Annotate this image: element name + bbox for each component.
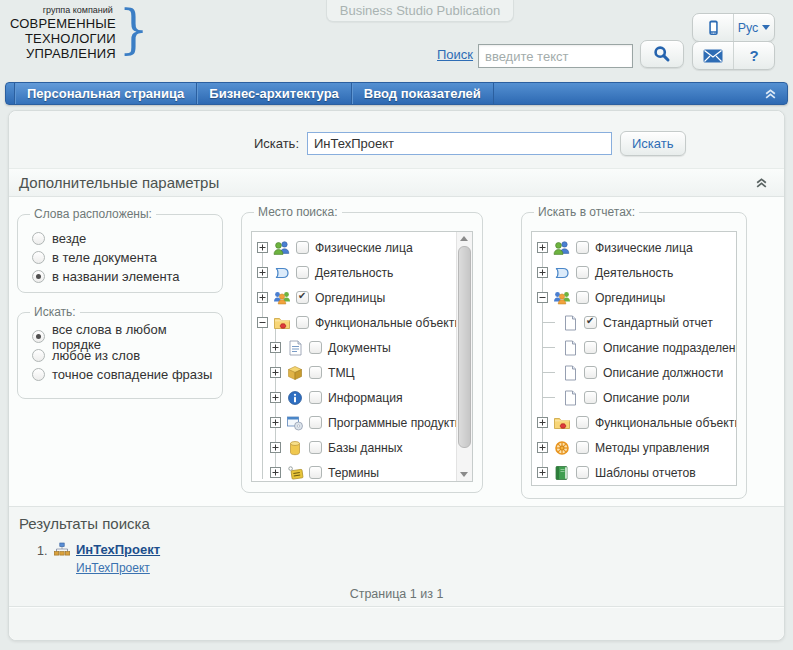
additional-params-header[interactable]: Дополнительные параметры <box>9 168 784 197</box>
help-button[interactable]: ? <box>733 42 774 69</box>
radio-button[interactable] <box>32 368 45 381</box>
checkbox[interactable] <box>584 366 597 379</box>
tree-item[interactable]: Методы управления <box>532 435 736 460</box>
checkbox[interactable] <box>296 291 309 304</box>
tree-item[interactable]: Описание должности <box>532 360 736 385</box>
expand-node-icon[interactable] <box>537 417 548 428</box>
search-submit-button[interactable]: Искать <box>620 131 686 156</box>
main-navbar: Персональная страницаБизнес-архитектураВ… <box>5 82 788 105</box>
scroll-up-icon[interactable] <box>460 236 468 241</box>
collapse-node-icon[interactable] <box>257 317 268 328</box>
tree-item[interactable]: Функциональные объекты <box>532 410 736 435</box>
term-icon <box>286 465 304 481</box>
tree-item[interactable]: ТМЦ <box>252 360 456 385</box>
expand-node-icon[interactable] <box>270 442 281 453</box>
nav-item-3[interactable]: Ввод показателей <box>351 83 494 104</box>
checkbox[interactable] <box>309 466 322 479</box>
checkbox[interactable] <box>309 441 322 454</box>
checkbox[interactable] <box>584 341 597 354</box>
radio-button[interactable] <box>32 349 45 362</box>
tree-item[interactable]: Функциональные объекты <box>252 310 456 335</box>
tree-item[interactable]: Базы данных <box>252 435 456 460</box>
checkbox[interactable] <box>296 316 309 329</box>
header-search-input[interactable] <box>478 44 633 68</box>
checkbox[interactable] <box>309 366 322 379</box>
tree-item[interactable]: Программные продукты <box>252 410 456 435</box>
scrollbar-thumb[interactable] <box>458 246 471 448</box>
checkbox[interactable] <box>309 416 322 429</box>
checkbox[interactable] <box>309 341 322 354</box>
result-subtitle-link[interactable]: ИнТехПроект <box>76 561 150 575</box>
nav-item-1[interactable]: Персональная страница <box>14 83 196 104</box>
checkbox[interactable] <box>576 466 589 479</box>
radio-option[interactable]: в названии элемента <box>32 267 214 286</box>
radio-option[interactable]: в теле документа <box>32 248 214 267</box>
tree-label: Деятельность <box>315 266 393 280</box>
tree-item[interactable]: Термины <box>252 460 456 482</box>
checkbox[interactable] <box>576 291 589 304</box>
expand-node-icon[interactable] <box>257 292 268 303</box>
tree-item[interactable]: Физические лица <box>532 235 736 260</box>
tree-item[interactable]: Информация <box>252 385 456 410</box>
language-button[interactable]: Рус <box>733 14 774 41</box>
collapse-node-icon[interactable] <box>537 292 548 303</box>
checkbox[interactable] <box>584 391 597 404</box>
tree-item[interactable]: Описание подразделения <box>532 335 736 360</box>
expand-node-icon[interactable] <box>537 467 548 478</box>
checkbox[interactable] <box>296 266 309 279</box>
search-query-input[interactable] <box>307 132 612 155</box>
mobile-version-button[interactable] <box>693 14 733 41</box>
expand-node-icon[interactable] <box>270 392 281 403</box>
tree-item[interactable]: Шаблоны отчетов <box>532 460 736 485</box>
tree-item[interactable]: Документы <box>252 335 456 360</box>
search-reports-legend: Искать в отчетах: <box>534 205 639 219</box>
checkbox[interactable] <box>309 391 322 404</box>
radio-option[interactable]: везде <box>32 229 214 248</box>
tree-label: Деятельность <box>595 266 673 280</box>
tree-item[interactable]: Оргединицы <box>532 285 736 310</box>
checkbox[interactable] <box>576 241 589 254</box>
radio-label: точное совпадение фразы <box>52 367 212 382</box>
scroll-down-icon[interactable] <box>460 472 468 477</box>
checkbox[interactable] <box>576 441 589 454</box>
radio-option[interactable]: все слова в любом порядке <box>32 327 214 346</box>
tree-item[interactable]: Стандартный отчет <box>532 310 736 335</box>
nav-item-2[interactable]: Бизнес-архитектура <box>196 83 351 104</box>
mail-button[interactable] <box>693 42 733 69</box>
tree-scrollbar[interactable] <box>456 232 472 481</box>
result-title-link[interactable]: ИнТехПроект <box>76 542 160 557</box>
radio-button[interactable] <box>32 251 45 264</box>
search-strip: Искать: Искать <box>9 111 784 168</box>
expand-node-icon[interactable] <box>270 467 281 478</box>
params-collapse-button[interactable] <box>755 176 768 189</box>
tree-item[interactable]: Физические лица <box>252 235 456 260</box>
checkbox[interactable] <box>576 416 589 429</box>
tree-label: Шаблоны отчетов <box>595 466 696 480</box>
expand-node-icon[interactable] <box>537 242 548 253</box>
tree-item[interactable]: Оргединицы <box>252 285 456 310</box>
checkbox[interactable] <box>296 241 309 254</box>
radio-button[interactable] <box>32 232 45 245</box>
radio-option[interactable]: точное совпадение фразы <box>32 365 214 384</box>
folder-red-icon <box>553 415 571 431</box>
expand-node-icon[interactable] <box>537 267 548 278</box>
tree-item[interactable]: Деятельность <box>532 260 736 285</box>
expand-node-icon[interactable] <box>270 367 281 378</box>
checkbox[interactable] <box>576 266 589 279</box>
checkbox[interactable] <box>584 316 597 329</box>
tree-item[interactable]: Деятельность <box>252 260 456 285</box>
radio-button[interactable] <box>32 330 45 343</box>
expand-node-icon[interactable] <box>257 267 268 278</box>
header-search-link[interactable]: Поиск <box>437 47 473 62</box>
radio-button[interactable] <box>32 270 45 283</box>
search-place-group: Место поиска: Физические лицаДеятельност… <box>241 205 483 493</box>
params-body: Слова расположены: вездев теле документа… <box>9 197 784 506</box>
navbar-collapse-button[interactable] <box>764 87 777 100</box>
expand-node-icon[interactable] <box>537 442 548 453</box>
orgunits-icon <box>553 290 571 306</box>
expand-node-icon[interactable] <box>270 342 281 353</box>
tree-item[interactable]: Описание роли <box>532 385 736 410</box>
expand-node-icon[interactable] <box>257 242 268 253</box>
expand-node-icon[interactable] <box>270 417 281 428</box>
header-search-button[interactable] <box>640 40 684 68</box>
